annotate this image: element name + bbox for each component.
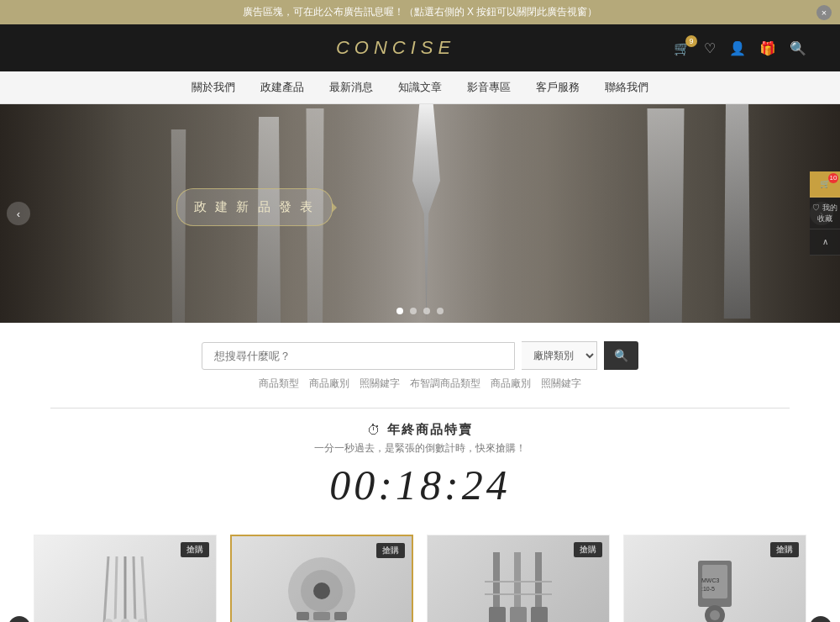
hero-dot-4[interactable] [437,308,444,314]
hero-dot-3[interactable] [423,308,430,314]
product-badge-0: 搶購 [181,542,209,557]
main-nav: 關於我們 政建產品 最新消息 知識文章 影音專區 客戶服務 聯絡我們 [0,71,840,104]
search-tag-0[interactable]: 商品類型 [259,377,299,391]
search-tag-2[interactable]: 照關鍵字 [360,377,400,391]
svg-point-7 [121,619,129,622]
products-section: ‹ 搶購 德國帶柄羊毛輪 [0,535,840,622]
header-logo: CONCISE [336,37,455,59]
wishlist-icon[interactable]: ♡ [704,40,716,56]
hero-prev-button[interactable]: ‹ [7,202,30,225]
svg-rect-19 [489,607,506,622]
nav-media[interactable]: 影音專區 [467,80,511,95]
svg-point-27 [710,610,720,620]
ad-banner-close[interactable]: × [816,5,832,20]
nav-contact[interactable]: 聯絡我們 [605,80,648,95]
float-cart-button[interactable]: 🛒 10 [810,171,840,198]
svg-line-4 [142,556,146,622]
svg-text:MWC3: MWC3 [701,577,719,583]
cart-icon[interactable]: 🛒 9 [674,40,690,56]
nav-service[interactable]: 客戶服務 [536,80,580,95]
product-badge-2: 搶購 [574,542,602,557]
search-button[interactable]: 🔍 [604,341,638,370]
product-card-2[interactable]: 搶購 迷你磁性座 評價 ★★★★★ NTS-290 [427,535,610,622]
product-card-3[interactable]: MWC3 :10-5 搶購 長度計測用計數器 MWC3:10-5 評價 ★★★★… [623,535,806,622]
svg-point-12 [313,582,330,599]
svg-line-3 [134,556,135,622]
product-card-1[interactable]: 搶購 英國帶柄砂布輪 評價 ★★★★☆ NTS-291 [230,535,413,622]
search-icon[interactable]: 🔍 [790,40,806,56]
nav-products[interactable]: 政建產品 [260,80,304,95]
product-badge-1: 搶購 [376,543,405,558]
hero-dot-2[interactable] [410,308,417,314]
user-icon[interactable]: 👤 [729,40,746,56]
svg-rect-15 [334,612,347,620]
search-bar: 廠牌類別 🔍 [202,341,638,370]
float-top-button[interactable]: ∧ [810,229,840,256]
promo-title: 年終商品特賣 [387,422,473,438]
search-input[interactable] [202,342,515,370]
search-section: 廠牌類別 🔍 商品類型 商品廠別 照關鍵字 布智調商品類型 商品廠別 照關鍵字 [0,323,840,399]
svg-text::10-5: :10-5 [701,586,715,592]
search-tag-1[interactable]: 商品廠別 [309,377,349,391]
svg-point-6 [113,619,121,622]
nav-about[interactable]: 關於我們 [192,80,235,95]
svg-rect-14 [313,612,330,620]
hero-dot-1[interactable] [396,308,403,314]
svg-point-8 [129,619,138,622]
products-grid: 搶購 德國帶柄羊毛輪 評價 ★★★★★ NTS-290 [25,535,815,622]
header: CONCISE 🛒 9 ♡ 👤 🎁 🔍 [0,24,840,71]
header-icons: 🛒 9 ♡ 👤 🎁 🔍 [674,40,806,56]
product-badge-3: 搶購 [770,542,799,557]
hero-speech-bubble: 政 建 新 品 發 表 [176,188,333,226]
svg-rect-13 [297,612,309,620]
nav-knowledge[interactable]: 知識文章 [398,80,442,95]
svg-rect-20 [510,607,527,622]
float-buttons: 🛒 10 ♡ 我的收藏 ∧ [810,171,840,256]
hero-dots [396,308,444,314]
float-cart-badge: 10 [828,173,838,183]
svg-line-0 [104,556,108,622]
search-tag-5[interactable]: 照關鍵字 [541,377,581,391]
search-tag-4[interactable]: 商品廠別 [491,377,531,391]
gift-icon[interactable]: 🎁 [759,40,776,56]
cart-badge: 9 [685,35,697,47]
ad-banner: 廣告區塊，可在此公布廣告訊息喔！（點選右側的 X 按鈕可以關閉此廣告視窗） × [0,0,840,24]
ad-banner-text: 廣告區塊，可在此公布廣告訊息喔！（點選右側的 X 按鈕可以關閉此廣告視窗） [243,6,598,18]
search-tags: 商品類型 商品廠別 照關鍵字 布智調商品類型 商品廠別 照關鍵字 [259,377,581,391]
promo-timer-icon: ⏱ [367,423,381,438]
hero-banner: 政 建 新 品 發 表 ‹ › 🛒 10 ♡ 我的收藏 ∧ [0,104,840,323]
promo-title-row: ⏱ 年終商品特賣 [50,422,790,438]
promo-subtitle: 一分一秒過去，是緊張的倒數計時，快來搶購！ [50,441,790,456]
product-card-0[interactable]: 搶購 德國帶柄羊毛輪 評價 ★★★★★ NTS-290 [34,535,217,622]
search-tag-3[interactable]: 布智調商品類型 [410,377,480,391]
svg-line-1 [115,556,117,622]
float-wishlist-button[interactable]: ♡ 我的收藏 [810,198,840,229]
category-select[interactable]: 廠牌類別 [522,341,597,370]
promo-section: ⏱ 年終商品特賣 一分一秒過去，是緊張的倒數計時，快來搶購！ 00:18:24 [50,408,790,526]
countdown-timer: 00:18:24 [50,461,790,509]
svg-rect-21 [531,607,548,622]
nav-news[interactable]: 最新消息 [329,80,373,95]
